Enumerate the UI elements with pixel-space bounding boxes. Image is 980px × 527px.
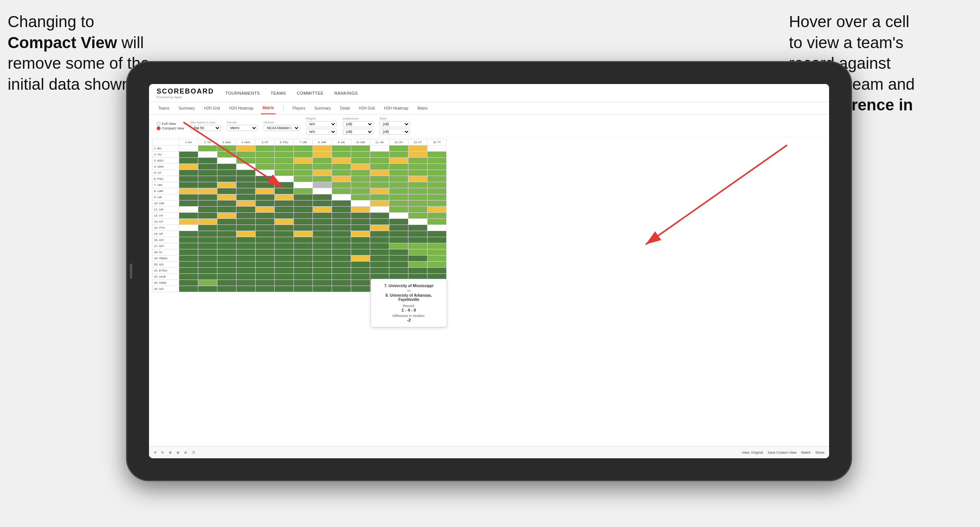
matrix-cell[interactable]	[428, 231, 447, 237]
matrix-cell[interactable]	[408, 213, 428, 219]
matrix-cell[interactable]	[236, 262, 256, 268]
matrix-cell[interactable]	[351, 237, 370, 243]
matrix-cell[interactable]	[217, 225, 236, 231]
matrix-cell[interactable]	[313, 182, 332, 188]
matrix-cell[interactable]	[294, 145, 313, 152]
toolbar-share[interactable]: Share	[815, 451, 824, 454]
matrix-cell[interactable]	[389, 225, 408, 231]
matrix-cell[interactable]	[294, 182, 313, 188]
matrix-cell[interactable]	[275, 176, 294, 182]
matrix-cell[interactable]	[179, 170, 198, 176]
matrix-cell[interactable]	[408, 145, 428, 152]
matrix-cell[interactable]	[179, 213, 198, 219]
matrix-cell[interactable]	[217, 219, 236, 225]
matrix-cell[interactable]	[313, 158, 332, 164]
matrix-cell[interactable]	[408, 164, 428, 170]
matrix-cell[interactable]	[428, 176, 447, 182]
matrix-cell[interactable]	[428, 182, 447, 188]
matrix-cell[interactable]	[198, 176, 217, 182]
matrix-cell[interactable]	[275, 188, 294, 194]
matrix-cell[interactable]	[275, 243, 294, 249]
matrix-cell[interactable]	[236, 237, 256, 243]
matrix-cell[interactable]	[313, 219, 332, 225]
matrix-cell[interactable]	[198, 268, 217, 274]
matrix-cell[interactable]	[370, 145, 389, 152]
matrix-cell[interactable]	[428, 170, 447, 176]
matrix-cell[interactable]	[294, 164, 313, 170]
matrix-cell[interactable]	[256, 286, 275, 292]
matrix-cell[interactable]	[370, 200, 389, 207]
matrix-cell[interactable]	[408, 243, 428, 249]
matrix-cell[interactable]	[217, 152, 236, 158]
matrix-cell[interactable]	[370, 182, 389, 188]
matrix-cell[interactable]	[313, 231, 332, 237]
matrix-cell[interactable]	[256, 219, 275, 225]
matrix-cell[interactable]	[408, 225, 428, 231]
matrix-cell[interactable]	[217, 237, 236, 243]
matrix-cell[interactable]	[217, 268, 236, 274]
matrix-cell[interactable]	[313, 262, 332, 268]
matrix-cell[interactable]	[389, 182, 408, 188]
matrix-cell[interactable]	[179, 158, 198, 164]
matrix-cell[interactable]	[236, 231, 256, 237]
matrix-cell[interactable]	[275, 249, 294, 255]
matrix-cell[interactable]	[217, 158, 236, 164]
matrix-cell[interactable]	[408, 152, 428, 158]
matrix-cell[interactable]	[389, 243, 408, 249]
matrix-cell[interactable]	[275, 255, 294, 262]
matrix-cell[interactable]	[217, 286, 236, 292]
matrix-cell[interactable]	[370, 213, 389, 219]
matrix-cell[interactable]	[198, 213, 217, 219]
matrix-cell[interactable]	[275, 145, 294, 152]
matrix-cell[interactable]	[294, 200, 313, 207]
matrix-cell[interactable]	[313, 274, 332, 280]
matrix-cell[interactable]	[313, 152, 332, 158]
matrix-cell[interactable]	[256, 213, 275, 219]
matrix-cell[interactable]	[332, 262, 351, 268]
matrix-cell[interactable]	[332, 200, 351, 207]
matrix-cell[interactable]	[408, 255, 428, 262]
matrix-cell[interactable]	[332, 219, 351, 225]
subnav-summary-r[interactable]: Summary	[313, 102, 332, 114]
matrix-cell[interactable]	[351, 170, 370, 176]
matrix-cell[interactable]	[313, 207, 332, 213]
matrix-cell[interactable]	[294, 219, 313, 225]
matrix-cell[interactable]	[179, 182, 198, 188]
matrix-cell[interactable]	[332, 152, 351, 158]
matrix-cell[interactable]	[428, 225, 447, 231]
matrix-cell[interactable]	[275, 262, 294, 268]
subnav-players[interactable]: Players	[291, 102, 307, 114]
matrix-cell[interactable]	[217, 176, 236, 182]
matrix-cell[interactable]	[179, 152, 198, 158]
matrix-cell[interactable]	[256, 207, 275, 213]
matrix-cell[interactable]	[179, 145, 198, 152]
matrix-cell[interactable]	[370, 164, 389, 170]
subnav-detail[interactable]: Detail	[339, 102, 352, 114]
matrix-cell[interactable]	[217, 188, 236, 194]
matrix-cell[interactable]	[370, 152, 389, 158]
matrix-cell[interactable]	[370, 170, 389, 176]
matrix-cell[interactable]	[428, 243, 447, 249]
matrix-cell[interactable]	[256, 280, 275, 286]
matrix-cell[interactable]	[198, 237, 217, 243]
matrix-cell[interactable]	[256, 164, 275, 170]
matrix-cell[interactable]	[179, 176, 198, 182]
subnav-summary[interactable]: Summary	[177, 102, 196, 114]
matrix-cell[interactable]	[408, 219, 428, 225]
nav-teams[interactable]: TEAMS	[271, 91, 286, 95]
matrix-cell[interactable]	[236, 145, 256, 152]
matrix-cell[interactable]	[332, 194, 351, 200]
nav-tournaments[interactable]: TOURNAMENTS	[225, 91, 260, 95]
matrix-cell[interactable]	[236, 268, 256, 274]
matrix-cell[interactable]	[275, 207, 294, 213]
matrix-cell[interactable]	[428, 207, 447, 213]
matrix-cell[interactable]	[408, 200, 428, 207]
matrix-cell[interactable]	[256, 170, 275, 176]
subnav-h2hheatmap[interactable]: H2H Heatmap	[228, 102, 255, 114]
matrix-cell[interactable]	[198, 274, 217, 280]
matrix-cell[interactable]	[256, 255, 275, 262]
matrix-cell[interactable]	[370, 219, 389, 225]
matrix-cell[interactable]	[198, 243, 217, 249]
matrix-cell[interactable]	[236, 243, 256, 249]
matrix-cell[interactable]	[351, 268, 370, 274]
